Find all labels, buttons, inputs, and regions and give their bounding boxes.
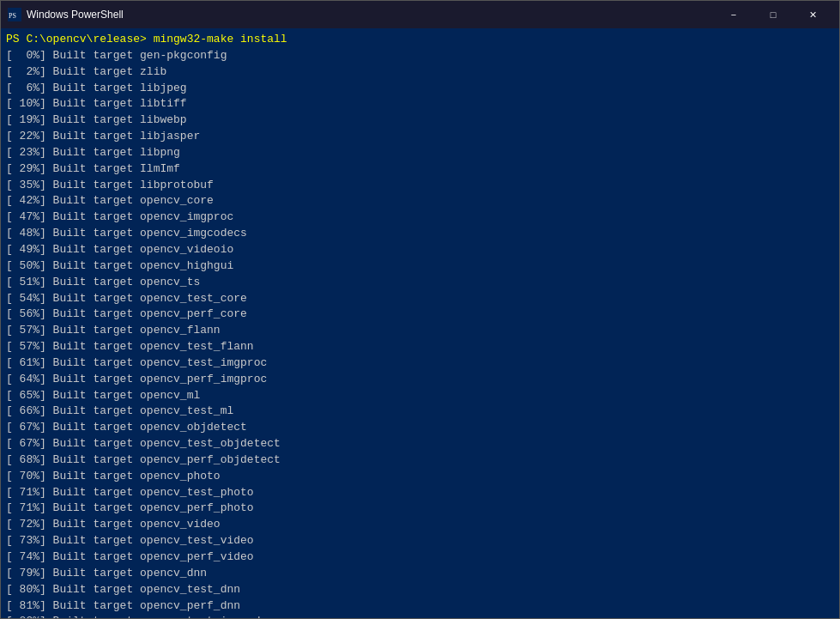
output-container: [ 0%] Built target gen-pkgconfig[ 2%] Bu… [6, 48, 834, 618]
output-line: [ 49%] Built target opencv_videoio [6, 242, 834, 258]
output-line: [ 71%] Built target opencv_perf_photo [6, 501, 834, 517]
title-bar: PS Windows PowerShell − □ ✕ [1, 1, 839, 28]
output-line: [ 10%] Built target libtiff [6, 96, 834, 112]
output-line: [ 72%] Built target opencv_video [6, 517, 834, 533]
output-line: [ 19%] Built target libwebp [6, 112, 834, 129]
output-line: [ 66%] Built target opencv_test_ml [6, 404, 834, 420]
output-line: [ 50%] Built target opencv_highgui [6, 258, 834, 275]
output-line: [ 29%] Built target IlmImf [6, 161, 834, 178]
output-line: [ 68%] Built target opencv_perf_objdetec… [6, 452, 834, 469]
window-controls: − □ ✕ [714, 1, 832, 28]
powershell-window: PS Windows PowerShell − □ ✕ PS C:\opencv… [0, 0, 840, 619]
output-line: [ 81%] Built target opencv_perf_dnn [6, 598, 834, 615]
close-button[interactable]: ✕ [793, 1, 832, 28]
output-line: [ 48%] Built target opencv_imgcodecs [6, 226, 834, 242]
output-line: [ 57%] Built target opencv_test_flann [6, 339, 834, 355]
output-line: [ 64%] Built target opencv_perf_imgproc [6, 372, 834, 388]
output-line: [ 74%] Built target opencv_perf_video [6, 549, 834, 566]
maximize-button[interactable]: □ [753, 1, 793, 28]
output-line: [ 71%] Built target opencv_test_photo [6, 485, 834, 501]
output-line: [ 82%] Built target opencv_test_imgcodec… [6, 614, 834, 618]
output-line: [ 54%] Built target opencv_test_core [6, 291, 834, 307]
output-line: [ 47%] Built target opencv_imgproc [6, 209, 834, 226]
output-line: [ 67%] Built target opencv_test_objdetec… [6, 436, 834, 452]
output-line: [ 73%] Built target opencv_test_video [6, 533, 834, 549]
output-line: [ 56%] Built target opencv_perf_core [6, 306, 834, 323]
output-line: [ 57%] Built target opencv_flann [6, 323, 834, 339]
output-line: [ 35%] Built target libprotobuf [6, 178, 834, 194]
output-line: [ 23%] Built target libpng [6, 145, 834, 161]
output-line: [ 80%] Built target opencv_test_dnn [6, 582, 834, 598]
output-line: [ 67%] Built target opencv_objdetect [6, 420, 834, 436]
output-line: [ 2%] Built target zlib [6, 64, 834, 81]
output-line: [ 42%] Built target opencv_core [6, 193, 834, 209]
output-line: [ 65%] Built target opencv_ml [6, 388, 834, 404]
svg-text:PS: PS [9, 12, 16, 20]
output-line: [ 79%] Built target opencv_dnn [6, 566, 834, 582]
output-line: [ 0%] Built target gen-pkgconfig [6, 48, 834, 64]
powershell-icon: PS [8, 8, 21, 21]
minimize-button[interactable]: − [714, 1, 753, 28]
output-line: [ 70%] Built target opencv_photo [6, 469, 834, 485]
output-line: [ 22%] Built target libjasper [6, 129, 834, 145]
prompt-line: PS C:\opencv\release> mingw32-make insta… [6, 32, 834, 48]
window-title: Windows PowerShell [27, 9, 709, 21]
output-line: [ 51%] Built target opencv_ts [6, 275, 834, 291]
output-line: [ 6%] Built target libjpeg [6, 81, 834, 97]
output-line: [ 61%] Built target opencv_test_imgproc [6, 355, 834, 372]
terminal-body[interactable]: PS C:\opencv\release> mingw32-make insta… [1, 28, 839, 618]
